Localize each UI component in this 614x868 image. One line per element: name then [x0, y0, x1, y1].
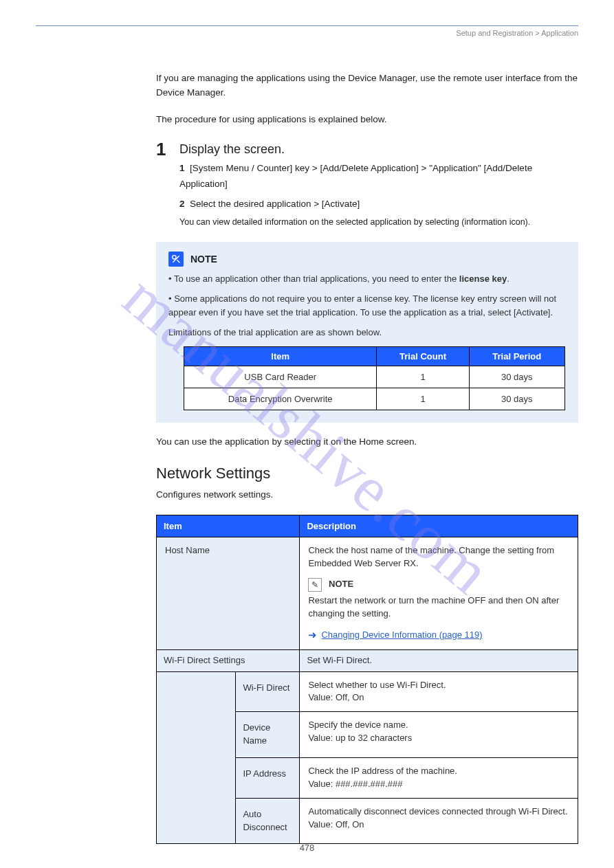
wifi-sub-desc: Specify the device name. Value: up to 32… — [300, 712, 578, 758]
note-bullet-1: • To use an application other than trial… — [168, 272, 566, 286]
step-block: 1 Display the screen. 1 [System Menu / C… — [156, 140, 578, 230]
step-title: Display the screen. — [179, 142, 578, 157]
inline-note-label: NOTE — [329, 579, 353, 590]
wifi-sub-desc: Select whether to use Wi-Fi Direct. Valu… — [300, 671, 578, 712]
wifi-sub-item: Wi-Fi Direct — [236, 671, 300, 712]
step-line-2: 2 Select the desired application > [Acti… — [179, 197, 578, 212]
note-bullet-2: • Some applications do not require you t… — [168, 292, 566, 319]
step-line-1: 1 [System Menu / Counter] key > [Add/Del… — [179, 161, 578, 192]
wifi-group-col — [157, 671, 236, 844]
cell: 1 — [377, 366, 469, 388]
cell: 30 days — [469, 366, 564, 388]
settings-table: Item Description Host Name Check the hos… — [156, 515, 578, 845]
wifi-sub-item: IP Address — [236, 758, 300, 799]
post-note-text: You can use the application by selecting… — [156, 435, 578, 449]
settings-item-hostname: Host Name — [157, 537, 300, 649]
substep-num-2: 2 — [179, 199, 185, 209]
step-number: 1 — [156, 140, 179, 230]
note-box: NOTE • To use an application other than … — [156, 242, 578, 423]
cell: USB Card Reader — [184, 366, 377, 388]
substep-text-1: [System Menu / Counter] key > [Add/Delet… — [179, 163, 532, 189]
note-limits-intro: Limitations of the trial application are… — [168, 326, 566, 340]
page-header: Setup and Registration > Application — [36, 29, 578, 37]
note-inline-icon: ✎ — [308, 578, 322, 592]
section-intro-network: Configures network settings. — [156, 488, 578, 502]
reference-link[interactable]: Changing Device Information (page 119) — [321, 629, 482, 642]
table-row: Host Name Check the host name of the mac… — [157, 537, 578, 649]
settings-item-wifi: Wi-Fi Direct Settings — [157, 649, 300, 671]
wifi-sub-item: Device Name — [236, 712, 300, 758]
cell: 30 days — [469, 388, 564, 410]
arrow-icon: ➜ — [308, 627, 317, 643]
section-title-network: Network Settings — [156, 465, 578, 482]
note-label: NOTE — [190, 254, 217, 265]
substep-text-2: Select the desired application > [Activa… — [190, 199, 360, 209]
svg-point-0 — [173, 255, 176, 258]
settings-th-desc: Description — [300, 515, 578, 537]
inline-note-text: Restart the network or turn the machine … — [308, 594, 569, 621]
cell: Data Encryption Overwrite — [184, 388, 377, 410]
settings-desc-wifi: Set Wi-Fi Direct. — [300, 649, 578, 671]
table-row: Wi-Fi Direct Settings Set Wi-Fi Direct. — [157, 649, 578, 671]
wifi-sub-desc: Automatically disconnect devices connect… — [300, 798, 578, 844]
table-row: Wi-Fi Direct Select whether to use Wi-Fi… — [157, 671, 578, 712]
limits-th-2: Trial Count — [377, 346, 469, 366]
reference-link-row: ➜ Changing Device Information (page 119) — [308, 627, 569, 643]
settings-desc-hostname: Check the host name of the machine. Chan… — [300, 537, 578, 649]
intro-text-1: If you are managing the applications usi… — [156, 71, 578, 100]
settings-th-item: Item — [157, 515, 300, 537]
limits-table: Item Trial Count Trial Period USB Card R… — [184, 346, 565, 410]
intro-text-2: The procedure for using applications is … — [156, 113, 578, 127]
table-row: USB Card Reader 1 30 days — [184, 366, 565, 388]
cell: 1 — [377, 388, 469, 410]
table-row: Data Encryption Overwrite 1 30 days — [184, 388, 565, 410]
limits-th-3: Trial Period — [469, 346, 564, 366]
wifi-sub-item: Auto Disconnect — [236, 798, 300, 844]
header-rule — [36, 25, 578, 26]
page-number: 478 — [0, 843, 614, 853]
step-detail-note: You can view detailed information on the… — [179, 215, 578, 230]
note-icon — [168, 252, 184, 267]
substep-num-1: 1 — [179, 163, 185, 173]
limits-th-1: Item — [184, 346, 377, 366]
wifi-sub-desc: Check the IP address of the machine. Val… — [300, 758, 578, 799]
